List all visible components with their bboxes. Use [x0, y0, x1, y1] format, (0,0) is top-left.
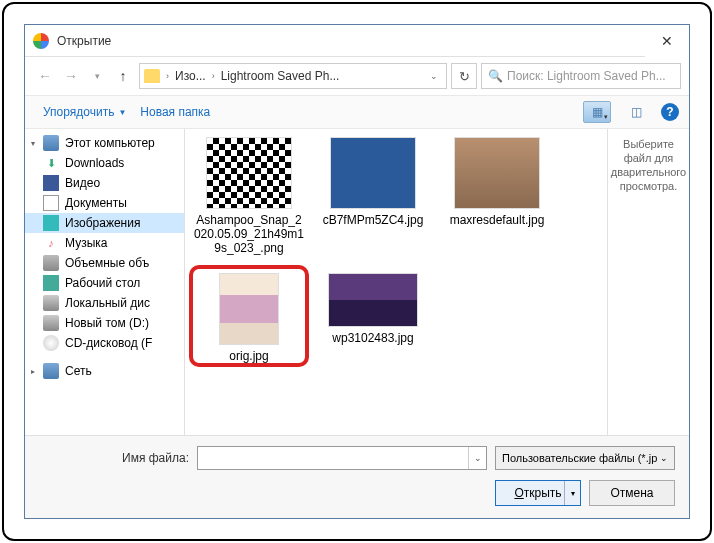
sidebar-label: CD-дисковод (F [65, 336, 152, 350]
disk-icon [43, 295, 59, 311]
sidebar-label: Объемные объ [65, 256, 149, 270]
organize-label: Упорядочить [43, 105, 114, 119]
file-list[interactable]: Ashampoo_Snap_2020.05.09_21h49m19s_023_.… [185, 129, 607, 435]
file-name: cB7fMPm5ZC4.jpg [323, 213, 424, 227]
chevron-down-icon: ⌄ [660, 453, 668, 463]
titlebar: Открытие ✕ [25, 25, 689, 57]
breadcrumb-segment[interactable]: Lightroom Saved Ph... [219, 69, 342, 83]
sidebar-label: Изображения [65, 216, 140, 230]
breadcrumb-dropdown[interactable]: ⌄ [426, 71, 442, 81]
file-item[interactable]: cB7fMPm5ZC4.jpg [317, 137, 429, 255]
search-placeholder: Поиск: Lightroom Saved Ph... [507, 69, 666, 83]
music-icon [43, 235, 59, 251]
sidebar-label: Музыка [65, 236, 107, 250]
sidebar-item-3d[interactable]: Объемные объ [25, 253, 184, 273]
chevron-right-icon: › [164, 71, 171, 81]
sidebar-label: Downloads [65, 156, 124, 170]
document-icon [43, 195, 59, 211]
file-thumbnail [330, 137, 416, 209]
sidebar-item-cd[interactable]: CD-дисковод (F [25, 333, 184, 353]
preview-pane-button[interactable]: ◫ [625, 101, 647, 123]
footer: Имя файла: ⌄ Пользовательские файлы (*.j… [25, 435, 689, 518]
file-type-label: Пользовательские файлы (*.jp [502, 452, 657, 464]
cube-icon [43, 255, 59, 271]
sidebar-item-documents[interactable]: Документы [25, 193, 184, 213]
filename-label: Имя файла: [39, 451, 189, 465]
file-item[interactable]: maxresdefault.jpg [441, 137, 553, 255]
cancel-label: Отмена [610, 486, 653, 500]
file-name: wp3102483.jpg [332, 331, 413, 345]
sidebar-item-downloads[interactable]: Downloads [25, 153, 184, 173]
sidebar-item-video[interactable]: Видео [25, 173, 184, 193]
sidebar-label: Этот компьютер [65, 136, 155, 150]
refresh-button[interactable]: ↻ [451, 63, 477, 89]
sidebar-item-music[interactable]: Музыка [25, 233, 184, 253]
chevron-down-icon: ▼ [118, 108, 126, 117]
sidebar-item-images[interactable]: Изображения [25, 213, 184, 233]
file-thumbnail [328, 273, 418, 327]
sidebar-label: Документы [65, 196, 127, 210]
help-button[interactable]: ? [661, 103, 679, 121]
filename-history-button[interactable]: ⌄ [468, 447, 486, 469]
sidebar: Этот компьютер Downloads Видео Документы… [25, 129, 185, 435]
file-thumbnail [206, 137, 292, 209]
navbar: ← → ▾ ↑ › Изо... › Lightroom Saved Ph...… [25, 57, 689, 95]
toolbar: Упорядочить ▼ Новая папка ▦ ◫ ? [25, 95, 689, 129]
search-input[interactable]: 🔍 Поиск: Lightroom Saved Ph... [481, 63, 681, 89]
nav-forward-button: → [59, 64, 83, 88]
window-title: Открытие [57, 34, 645, 48]
cancel-button[interactable]: Отмена [589, 480, 675, 506]
dialog-body: Этот компьютер Downloads Видео Документы… [25, 129, 689, 435]
sidebar-item-new-volume[interactable]: Новый том (D:) [25, 313, 184, 333]
open-split-button[interactable]: ▾ [564, 481, 580, 505]
image-icon [43, 215, 59, 231]
sidebar-label: Сеть [65, 364, 92, 378]
file-thumbnail [454, 137, 540, 209]
file-item-highlighted[interactable]: orig.jpg [193, 273, 305, 363]
open-label: Открыть [514, 486, 561, 500]
file-thumbnail [219, 273, 279, 345]
folder-icon [144, 69, 160, 83]
sidebar-label: Рабочий стол [65, 276, 140, 290]
file-area: Ashampoo_Snap_2020.05.09_21h49m19s_023_.… [185, 129, 689, 435]
organize-button[interactable]: Упорядочить ▼ [43, 105, 126, 119]
file-name: Ashampoo_Snap_2020.05.09_21h49m19s_023_.… [193, 213, 305, 255]
disk-icon [43, 315, 59, 331]
file-open-dialog: Открытие ✕ ← → ▾ ↑ › Изо... › Lightroom … [24, 24, 690, 519]
chevron-right-icon: › [210, 71, 217, 81]
preview-text: Выберите файл для дварительного просмотр… [611, 137, 686, 193]
search-icon: 🔍 [488, 69, 503, 83]
new-folder-label: Новая папка [140, 105, 210, 119]
nav-recent-button[interactable]: ▾ [85, 64, 109, 88]
file-item[interactable]: wp3102483.jpg [317, 273, 429, 363]
nav-back-button[interactable]: ← [33, 64, 57, 88]
open-button[interactable]: Открыть ▾ [495, 480, 581, 506]
network-icon [43, 363, 59, 379]
video-icon [43, 175, 59, 191]
sidebar-item-desktop[interactable]: Рабочий стол [25, 273, 184, 293]
sidebar-label: Локальный дис [65, 296, 150, 310]
sidebar-item-local-disk[interactable]: Локальный дис [25, 293, 184, 313]
view-mode-button[interactable]: ▦ [583, 101, 611, 123]
breadcrumb-segment[interactable]: Изо... [173, 69, 208, 83]
chrome-icon [33, 33, 49, 49]
nav-up-button[interactable]: ↑ [111, 64, 135, 88]
breadcrumb[interactable]: › Изо... › Lightroom Saved Ph... ⌄ [139, 63, 447, 89]
sidebar-label: Видео [65, 176, 100, 190]
preview-pane: Выберите файл для дварительного просмотр… [607, 129, 689, 435]
download-icon [43, 155, 59, 171]
file-item[interactable]: Ashampoo_Snap_2020.05.09_21h49m19s_023_.… [193, 137, 305, 255]
filename-input[interactable]: ⌄ [197, 446, 487, 470]
cd-icon [43, 335, 59, 351]
sidebar-item-network[interactable]: Сеть [25, 361, 184, 381]
pc-icon [43, 135, 59, 151]
file-name: maxresdefault.jpg [450, 213, 545, 227]
desktop-icon [43, 275, 59, 291]
sidebar-label: Новый том (D:) [65, 316, 149, 330]
new-folder-button[interactable]: Новая папка [140, 105, 210, 119]
close-button[interactable]: ✕ [645, 25, 689, 57]
sidebar-item-this-pc[interactable]: Этот компьютер [25, 133, 184, 153]
file-name: orig.jpg [229, 349, 268, 363]
file-type-select[interactable]: Пользовательские файлы (*.jp ⌄ [495, 446, 675, 470]
